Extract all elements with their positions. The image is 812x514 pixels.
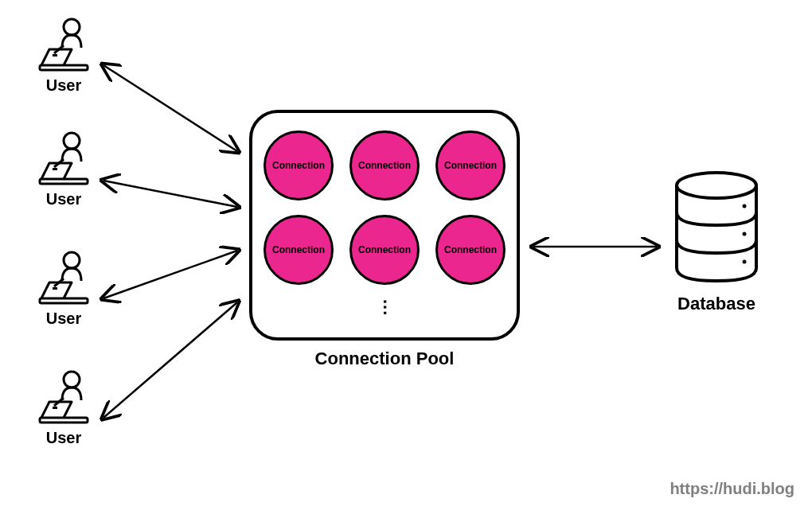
watermark: https://hudi.blog (670, 480, 794, 498)
arrow-user2-pool (103, 181, 237, 207)
arrow-user4-pool (103, 302, 237, 418)
arrow-user1-pool (103, 65, 237, 151)
arrow-user3-pool (103, 251, 237, 298)
arrows-layer (0, 0, 812, 514)
